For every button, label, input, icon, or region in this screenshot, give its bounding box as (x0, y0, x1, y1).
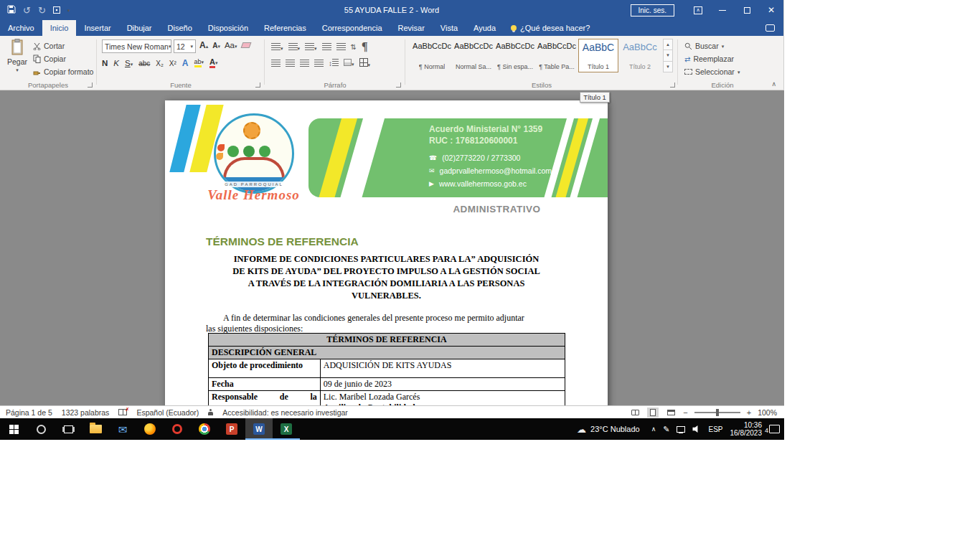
task-view-button[interactable] (55, 418, 82, 440)
zoom-in-button[interactable]: + (747, 408, 751, 417)
decrease-indent-icon[interactable] (322, 43, 331, 50)
maximize-button[interactable] (735, 0, 759, 20)
bold-button[interactable]: N (102, 59, 108, 67)
show-marks-icon[interactable]: ¶ (362, 40, 368, 53)
hidden-icons-chevron[interactable]: ∧ (651, 425, 656, 433)
opera-button[interactable] (164, 418, 191, 440)
paragraph-dialog-launcher-icon[interactable] (396, 83, 401, 88)
tab-referencias[interactable]: Referencias (256, 20, 314, 36)
language-indicator[interactable]: Español (Ecuador) (136, 408, 199, 417)
style-titulo-2[interactable]: AaBbCcTítulo 2 (620, 39, 660, 72)
select-button[interactable]: Seleccionar▾ (684, 67, 740, 76)
mail-button[interactable]: ✉ (109, 418, 136, 440)
styles-more-icon[interactable]: ▼ (663, 62, 673, 72)
font-dialog-launcher-icon[interactable] (255, 83, 260, 88)
display-icon[interactable] (677, 426, 685, 433)
highlight-button[interactable]: ab▾ (194, 59, 204, 67)
grow-font-button[interactable]: A▴ (199, 40, 208, 50)
align-right-icon[interactable] (300, 60, 309, 67)
styles-scroll-down-icon[interactable]: ▼ (663, 50, 673, 61)
document-page[interactable]: Acuerdo Ministerial N° 1359 RUC : 176812… (165, 100, 608, 405)
document-canvas[interactable]: Acuerdo Ministerial N° 1359 RUC : 176812… (0, 90, 784, 405)
font-name-combo[interactable]: Times New Roman▾ (102, 39, 171, 53)
copy-button[interactable]: Copiar (33, 55, 66, 63)
tab-inicio[interactable]: Inicio (42, 20, 77, 36)
proofing-errors-icon[interactable]: ✗ (118, 409, 127, 415)
ribbon-display-options-icon[interactable]: ∧ (686, 0, 710, 20)
tab-revisar[interactable]: Revisar (390, 20, 433, 36)
italic-button[interactable]: K (113, 59, 119, 67)
bullets-icon[interactable]: ▾ (271, 43, 283, 51)
styles-dialog-launcher-icon[interactable] (670, 83, 675, 88)
style-normal[interactable]: AaBbCcDc¶ Normal (412, 39, 452, 72)
format-painter-button[interactable]: Copiar formato (33, 67, 93, 76)
styles-scroll-up-icon[interactable]: ▲ (663, 39, 673, 50)
tab-correspondencia[interactable]: Correspondencia (314, 20, 390, 36)
language-button[interactable]: ESP (708, 425, 722, 433)
shading-icon[interactable]: ▾ (344, 59, 354, 67)
minimize-button[interactable] (710, 0, 735, 20)
start-button[interactable] (0, 418, 27, 440)
redo-icon[interactable]: ↻ (38, 5, 46, 16)
text-effects-button[interactable]: A (182, 58, 189, 68)
zoom-slider[interactable] (694, 412, 740, 413)
font-color-button[interactable]: A▾ (209, 58, 217, 68)
tab-insertar[interactable]: Insertar (76, 20, 118, 36)
search-button[interactable] (27, 418, 55, 440)
firefox-button[interactable] (136, 418, 164, 440)
excel-button[interactable]: X (273, 418, 300, 440)
change-case-button[interactable]: Aa▾ (225, 41, 237, 50)
style-table-paragraph[interactable]: AaBbCcDc¶ Table Pa... (537, 39, 577, 72)
tab-diseno[interactable]: Diseño (160, 20, 200, 36)
replace-button[interactable]: ⇄ Reemplazar (684, 55, 734, 63)
word-count[interactable]: 1323 palabras (62, 408, 110, 417)
tab-dibujar[interactable]: Dibujar (119, 20, 160, 36)
increase-indent-icon[interactable] (336, 43, 346, 50)
undo-icon[interactable]: ↺ (23, 5, 31, 16)
page-indicator[interactable]: Página 1 de 5 (6, 408, 52, 417)
touch-mode-icon[interactable] (53, 6, 60, 14)
zoom-level[interactable]: 100% (758, 408, 777, 417)
style-sin-espaciado[interactable]: AaBbCcDc¶ Sin espa... (495, 39, 535, 72)
ink-pen-icon[interactable]: ✎ (663, 425, 669, 434)
tell-me-box[interactable]: ¿Qué desea hacer? (504, 20, 597, 36)
numbering-icon[interactable]: ▾ (288, 43, 301, 51)
sort-icon[interactable]: ⇅ (351, 43, 357, 51)
notification-center-icon[interactable]: 4 (769, 425, 780, 433)
comments-icon[interactable] (765, 20, 783, 36)
align-left-icon[interactable] (271, 60, 281, 67)
subscript-button[interactable]: X₂ (156, 60, 164, 67)
clipboard-dialog-launcher-icon[interactable] (88, 83, 93, 88)
read-mode-button[interactable] (629, 408, 641, 418)
tab-vista[interactable]: Vista (433, 20, 466, 36)
zoom-slider-thumb[interactable] (716, 409, 719, 416)
superscript-button[interactable]: X² (169, 60, 176, 67)
tab-archivo[interactable]: Archivo (0, 20, 42, 36)
justify-icon[interactable] (314, 60, 324, 67)
clear-formatting-icon[interactable] (240, 42, 251, 48)
save-icon[interactable] (7, 5, 16, 16)
find-button[interactable]: Buscar▾ (684, 42, 724, 50)
paste-button[interactable]: Pegar ▾ (4, 39, 30, 80)
sign-in-button[interactable]: Inic. ses. (631, 4, 674, 17)
collapse-ribbon-icon[interactable]: ∧ (771, 80, 776, 88)
powerpoint-button[interactable]: P (218, 418, 245, 440)
multilevel-list-icon[interactable]: ▾ (305, 43, 317, 51)
file-explorer-button[interactable] (82, 418, 109, 440)
chrome-button[interactable] (191, 418, 218, 440)
line-spacing-icon[interactable]: ↕ (329, 59, 339, 67)
volume-icon[interactable] (692, 425, 701, 433)
style-titulo-1[interactable]: AaBbCTítulo 1 (578, 39, 618, 72)
weather-widget[interactable]: ☁23°C Nublado (573, 424, 644, 435)
borders-icon[interactable]: ▾ (359, 58, 371, 67)
font-size-combo[interactable]: 12▾ (174, 39, 196, 53)
cut-button[interactable]: Cortar (33, 42, 65, 50)
shrink-font-button[interactable]: A▾ (212, 42, 220, 50)
align-center-icon[interactable] (286, 60, 295, 67)
strikethrough-button[interactable]: abc (138, 60, 150, 67)
tab-ayuda[interactable]: Ayuda (466, 20, 504, 36)
underline-button[interactable]: S▾ (125, 59, 133, 67)
word-button[interactable]: W (245, 418, 273, 440)
web-layout-button[interactable] (665, 408, 677, 418)
close-button[interactable]: ✕ (759, 0, 783, 20)
